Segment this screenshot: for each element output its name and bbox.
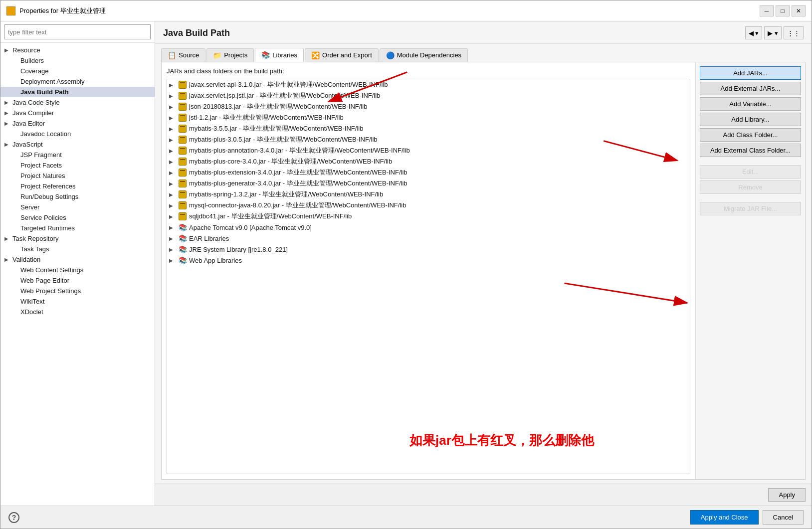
sidebar-item[interactable]: Builders xyxy=(0,55,155,66)
sidebar-item[interactable]: Run/Debug Settings xyxy=(0,191,155,202)
sidebar-item[interactable]: Project Facets xyxy=(0,160,155,171)
lib-icon: 📚 xyxy=(178,245,187,254)
add-variable-button[interactable]: Add Variable... xyxy=(700,97,801,111)
sidebar-item[interactable]: Server xyxy=(0,202,155,212)
sidebar-item-label: Server xyxy=(20,203,39,211)
jar-icon xyxy=(178,146,187,155)
remove-button[interactable]: Remove xyxy=(700,180,801,194)
nav-buttons: ◀ ▾ ▶ ▾ ⋮⋮ xyxy=(745,26,804,39)
jar-expand-arrow: ▶ xyxy=(169,115,176,121)
tab-libraries[interactable]: 📚Libraries xyxy=(255,48,304,62)
sidebar-item[interactable]: Javadoc Location xyxy=(0,129,155,139)
jar-list[interactable]: ▶ javax.servlet-api-3.1.0.jar - 毕业生就业管理/… xyxy=(167,79,690,474)
library-item[interactable]: ▶ 📚Web App Libraries xyxy=(167,255,690,266)
jar-expand-arrow: ▶ xyxy=(169,148,176,154)
sidebar-item[interactable]: Targeted Runtimes xyxy=(0,223,155,233)
migrate-jar-button[interactable]: Migrate JAR File... xyxy=(700,202,801,215)
jar-item[interactable]: ▶ mybatis-spring-1.3.2.jar - 毕业生就业管理/Web… xyxy=(167,189,690,200)
tab-label: Module Dependencies xyxy=(397,51,461,59)
jar-icon xyxy=(178,212,187,221)
sidebar-item-label: Resource xyxy=(12,46,40,54)
jar-item[interactable]: ▶ mysql-connector-java-8.0.20.jar - 毕业生就… xyxy=(167,200,690,211)
maximize-button[interactable]: □ xyxy=(776,5,790,16)
tab-order-and-export[interactable]: 🔀Order and Export xyxy=(305,48,379,62)
sidebar-item-label: Deployment Assembly xyxy=(20,78,85,85)
jar-item[interactable]: ▶ jstl-1.2.jar - 毕业生就业管理/WebContent/WEB-… xyxy=(167,112,690,123)
sidebar-item[interactable]: Task Tags xyxy=(0,244,155,254)
sidebar: ▶ResourceBuildersCoverageDeployment Asse… xyxy=(0,21,155,506)
jar-item[interactable]: ▶ mybatis-3.5.5.jar - 毕业生就业管理/WebContent… xyxy=(167,123,690,134)
jar-item[interactable]: ▶ javax.servlet.jsp.jstl.jar - 毕业生就业管理/W… xyxy=(167,90,690,101)
sidebar-item[interactable]: ▶Validation xyxy=(0,254,155,265)
sidebar-tree: ▶ResourceBuildersCoverageDeployment Asse… xyxy=(0,43,155,506)
jar-expand-arrow: ▶ xyxy=(169,104,176,110)
add-class-folder-button[interactable]: Add Class Folder... xyxy=(700,128,801,142)
tab-source[interactable]: 📋Source xyxy=(161,48,205,62)
sidebar-item-label: Targeted Runtimes xyxy=(20,224,75,232)
sidebar-item[interactable]: Web Page Editor xyxy=(0,275,155,286)
sidebar-item[interactable]: Coverage xyxy=(0,66,155,76)
filter-input[interactable] xyxy=(4,24,151,39)
jar-item[interactable]: ▶ javax.servlet-api-3.1.0.jar - 毕业生就业管理/… xyxy=(167,79,690,90)
tab-label: Order and Export xyxy=(322,51,372,59)
sidebar-item-label: Validation xyxy=(12,256,40,263)
sidebar-item[interactable]: XDoclet xyxy=(0,307,155,317)
sidebar-item[interactable]: ▶Java Code Style xyxy=(0,97,155,108)
close-button[interactable]: ✕ xyxy=(792,5,806,16)
jar-expand-arrow: ▶ xyxy=(169,126,176,132)
jar-item[interactable]: ▶ mybatis-plus-annotation-3.4.0.jar - 毕业… xyxy=(167,145,690,156)
apply-and-close-button[interactable]: Apply and Close xyxy=(690,510,759,525)
lib-expand-arrow: ▶ xyxy=(169,225,176,230)
sidebar-item[interactable]: JSP Fragment xyxy=(0,150,155,160)
sidebar-item[interactable]: ▶Resource xyxy=(0,45,155,55)
minimize-button[interactable]: ─ xyxy=(760,5,774,16)
menu-button[interactable]: ⋮⋮ xyxy=(784,26,804,39)
sidebar-item[interactable]: Deployment Assembly xyxy=(0,76,155,87)
cancel-button[interactable]: Cancel xyxy=(763,510,804,525)
sidebar-item[interactable]: Project Natures xyxy=(0,171,155,181)
sidebar-item-label: Coverage xyxy=(20,67,48,75)
sidebar-item[interactable]: Service Policies xyxy=(0,212,155,223)
edit-button[interactable]: Edit... xyxy=(700,165,801,178)
add-library-button[interactable]: Add Library... xyxy=(700,113,801,126)
jar-label: mybatis-3.5.5.jar - 毕业生就业管理/WebContent/W… xyxy=(189,124,363,133)
library-item[interactable]: ▶ 📚EAR Libraries xyxy=(167,233,690,244)
library-item[interactable]: ▶ 📚JRE System Library [jre1.8.0_221] xyxy=(167,244,690,255)
forward-button[interactable]: ▶ ▾ xyxy=(764,26,782,39)
lib-label: JRE System Library [jre1.8.0_221] xyxy=(189,246,288,253)
jar-item[interactable]: ▶ mybatis-plus-extension-3.4.0.jar - 毕业生… xyxy=(167,167,690,178)
jar-item[interactable]: ▶ sqljdbc41.jar - 毕业生就业管理/WebContent/WEB… xyxy=(167,211,690,222)
sidebar-item-label: JSP Fragment xyxy=(20,151,62,159)
panel-content: JARs and class folders on the build path… xyxy=(162,62,695,479)
sidebar-item[interactable]: Project References xyxy=(0,181,155,191)
jar-item[interactable]: ▶ mybatis-plus-3.0.5.jar - 毕业生就业管理/WebCo… xyxy=(167,134,690,145)
jar-label: javax.servlet-api-3.1.0.jar - 毕业生就业管理/We… xyxy=(189,80,388,89)
properties-window: Properties for 毕业生就业管理 ─ □ ✕ ▶ResourceBu… xyxy=(0,0,812,529)
sidebar-item[interactable]: ▶Java Compiler xyxy=(0,108,155,118)
jar-item[interactable]: ▶ mybatis-plus-core-3.4.0.jar - 毕业生就业管理/… xyxy=(167,156,690,167)
bottom-apply-bar: Apply xyxy=(155,484,812,506)
sidebar-item[interactable]: ▶Task Repository xyxy=(0,233,155,244)
jar-item[interactable]: ▶ json-20180813.jar - 毕业生就业管理/WebContent… xyxy=(167,101,690,112)
title-buttons: ─ □ ✕ xyxy=(760,5,806,16)
sidebar-item[interactable]: Web Project Settings xyxy=(0,286,155,296)
sidebar-item[interactable]: WikiText xyxy=(0,296,155,307)
tab-module-dependencies[interactable]: 🔵Module Dependencies xyxy=(380,48,468,62)
expand-arrow: ▶ xyxy=(4,121,11,126)
add-external-jars-button[interactable]: Add External JARs... xyxy=(700,82,801,95)
add-jars-button[interactable]: Add JARs... xyxy=(700,66,801,80)
tab-projects[interactable]: 📁Projects xyxy=(206,48,254,62)
help-button[interactable]: ? xyxy=(8,512,19,523)
expand-arrow: ▶ xyxy=(4,47,11,53)
window-title: Properties for 毕业生就业管理 xyxy=(19,6,106,15)
apply-button[interactable]: Apply xyxy=(768,488,806,502)
main-header: Java Build Path ◀ ▾ ▶ ▾ ⋮⋮ xyxy=(155,21,812,44)
sidebar-item[interactable]: Web Content Settings xyxy=(0,265,155,275)
back-button[interactable]: ◀ ▾ xyxy=(745,26,763,39)
sidebar-item[interactable]: ▶Java Editor xyxy=(0,118,155,129)
jar-item[interactable]: ▶ mybatis-plus-generator-3.4.0.jar - 毕业生… xyxy=(167,178,690,189)
sidebar-item[interactable]: ▶JavaScript xyxy=(0,139,155,150)
library-item[interactable]: ▶ 📚Apache Tomcat v9.0 [Apache Tomcat v9.… xyxy=(167,222,690,233)
sidebar-item[interactable]: Java Build Path xyxy=(0,87,155,97)
add-external-class-folder-button[interactable]: Add External Class Folder... xyxy=(700,144,801,157)
